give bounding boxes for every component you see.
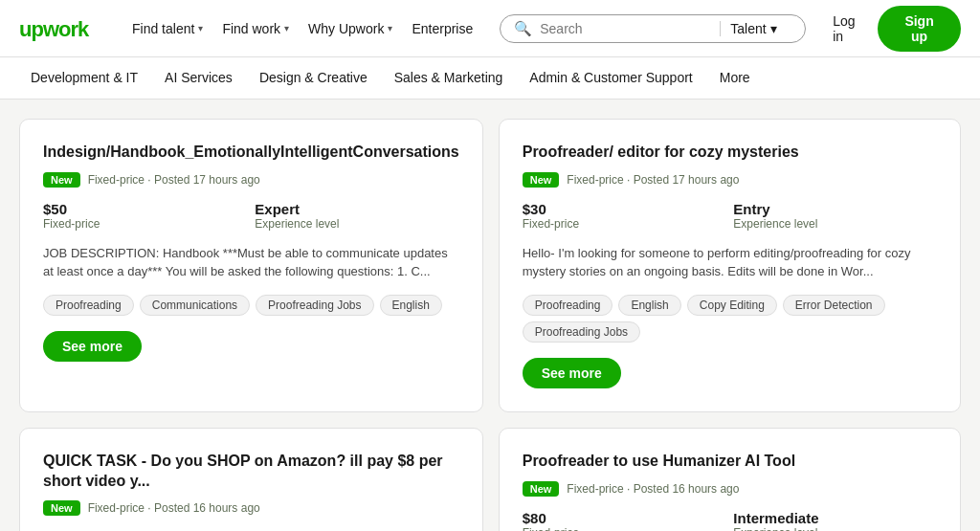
exp-label: Experience level bbox=[733, 526, 937, 531]
job-card-2: Proofreader/ editor for cozy mysteries N… bbox=[499, 119, 961, 412]
price-label: Fixed-price bbox=[523, 217, 726, 231]
job-card-3: QUICK TASK - Do you SHOP on Amazon? ill … bbox=[19, 428, 483, 531]
price-amount: $30 bbox=[523, 201, 726, 217]
nav-enterprise[interactable]: Enterprise bbox=[412, 21, 473, 36]
price-amount: $80 bbox=[523, 510, 726, 526]
see-more-button[interactable]: See more bbox=[43, 331, 142, 362]
job-title: Proofreader to use Humanizer AI Tool bbox=[523, 452, 937, 472]
price-block: $50 Fixed-price bbox=[43, 201, 247, 231]
tag[interactable]: Copy Editing bbox=[687, 295, 777, 316]
chevron-down-icon: ▾ bbox=[388, 23, 392, 33]
card-prices: $50 Fixed-price Expert Experience level bbox=[43, 201, 459, 231]
main-nav: Find talent ▾ Find work ▾ Why Upwork ▾ E… bbox=[132, 21, 473, 36]
nav-find-talent[interactable]: Find talent ▾ bbox=[132, 21, 203, 36]
exp-level: Entry bbox=[733, 201, 937, 217]
meta-text: Fixed-price · Posted 17 hours ago bbox=[567, 173, 739, 187]
subnav-more[interactable]: More bbox=[708, 57, 762, 100]
sub-nav: Development & IT AI Services Design & Cr… bbox=[0, 57, 980, 100]
signup-button[interactable]: Sign up bbox=[878, 6, 961, 52]
subnav-design-creative[interactable]: Design & Creative bbox=[248, 57, 379, 100]
main-content: Indesign/Handbook_EmotionallyIntelligent… bbox=[0, 100, 980, 531]
see-more-button[interactable]: See more bbox=[523, 358, 621, 388]
job-card-1: Indesign/Handbook_EmotionallyIntelligent… bbox=[19, 119, 483, 412]
tag[interactable]: Communications bbox=[140, 295, 250, 316]
job-title: Indesign/Handbook_EmotionallyIntelligent… bbox=[43, 143, 459, 163]
search-bar[interactable]: 🔍 Talent ▾ bbox=[500, 14, 806, 43]
subnav-admin-support[interactable]: Admin & Customer Support bbox=[518, 57, 703, 100]
price-block: $30 Fixed-price bbox=[523, 201, 726, 231]
new-badge: New bbox=[523, 481, 560, 497]
chevron-down-icon: ▾ bbox=[284, 23, 289, 33]
tag[interactable]: English bbox=[618, 295, 680, 316]
search-icon: 🔍 bbox=[514, 20, 532, 37]
price-label: Fixed-price bbox=[43, 217, 247, 231]
upwork-logo[interactable]: upwork bbox=[19, 15, 105, 42]
exp-block: Entry Experience level bbox=[733, 201, 937, 231]
subnav-sales-marketing[interactable]: Sales & Marketing bbox=[383, 57, 515, 100]
job-description: JOB DESCRIPTION: Handbook ***Must be abl… bbox=[43, 244, 459, 281]
tag[interactable]: Proofreading Jobs bbox=[523, 321, 640, 343]
exp-block: Expert Experience level bbox=[255, 201, 458, 231]
price-label: Fixed-price bbox=[523, 526, 726, 531]
job-card-4: Proofreader to use Humanizer AI Tool New… bbox=[499, 428, 961, 531]
search-input[interactable] bbox=[540, 21, 712, 36]
header: upwork Find talent ▾ Find work ▾ Why Upw… bbox=[0, 0, 980, 57]
subnav-ai-services[interactable]: AI Services bbox=[153, 57, 244, 100]
svg-text:upwork: upwork bbox=[19, 17, 90, 41]
job-title: Proofreader/ editor for cozy mysteries bbox=[523, 143, 937, 163]
login-link[interactable]: Log in bbox=[833, 13, 866, 44]
exp-block: Intermediate Experience level bbox=[733, 510, 937, 531]
header-actions: Log in Sign up bbox=[833, 6, 961, 52]
chevron-down-icon: ▾ bbox=[770, 21, 777, 36]
tag[interactable]: Proofreading Jobs bbox=[256, 295, 373, 316]
card-meta: New Fixed-price · Posted 16 hours ago bbox=[523, 481, 937, 497]
card-meta: New Fixed-price · Posted 17 hours ago bbox=[43, 172, 459, 188]
new-badge: New bbox=[43, 172, 80, 188]
subnav-development[interactable]: Development & IT bbox=[19, 57, 149, 100]
tag[interactable]: English bbox=[380, 295, 442, 316]
exp-level: Expert bbox=[255, 201, 458, 217]
job-tags: Proofreading Communications Proofreading… bbox=[43, 295, 459, 316]
new-badge: New bbox=[43, 500, 80, 516]
job-description: Hello- I'm looking for someone to perfor… bbox=[523, 244, 937, 281]
meta-text: Fixed-price · Posted 17 hours ago bbox=[88, 173, 260, 187]
tag[interactable]: Proofreading bbox=[43, 295, 134, 316]
meta-text: Fixed-price · Posted 16 hours ago bbox=[88, 501, 260, 515]
card-prices: $30 Fixed-price Entry Experience level bbox=[523, 201, 937, 231]
job-title: QUICK TASK - Do you SHOP on Amazon? ill … bbox=[43, 452, 459, 492]
nav-find-work[interactable]: Find work ▾ bbox=[222, 21, 289, 36]
new-badge: New bbox=[523, 172, 560, 188]
chevron-down-icon: ▾ bbox=[198, 23, 203, 33]
price-block: $80 Fixed-price bbox=[523, 510, 726, 531]
talent-dropdown[interactable]: Talent ▾ bbox=[720, 21, 776, 36]
tag[interactable]: Proofreading bbox=[523, 295, 613, 316]
job-tags: Proofreading English Copy Editing Error … bbox=[523, 295, 937, 343]
meta-text: Fixed-price · Posted 16 hours ago bbox=[567, 482, 739, 496]
exp-label: Experience level bbox=[733, 217, 937, 231]
nav-why-upwork[interactable]: Why Upwork ▾ bbox=[308, 21, 392, 36]
price-amount: $50 bbox=[43, 201, 247, 217]
card-meta: New Fixed-price · Posted 17 hours ago bbox=[523, 172, 937, 188]
exp-label: Experience level bbox=[255, 217, 458, 231]
card-prices: $80 Fixed-price Intermediate Experience … bbox=[523, 510, 937, 531]
jobs-grid: Indesign/Handbook_EmotionallyIntelligent… bbox=[19, 119, 961, 531]
card-meta: New Fixed-price · Posted 16 hours ago bbox=[43, 500, 459, 516]
exp-level: Intermediate bbox=[733, 510, 937, 526]
tag[interactable]: Error Detection bbox=[783, 295, 885, 316]
